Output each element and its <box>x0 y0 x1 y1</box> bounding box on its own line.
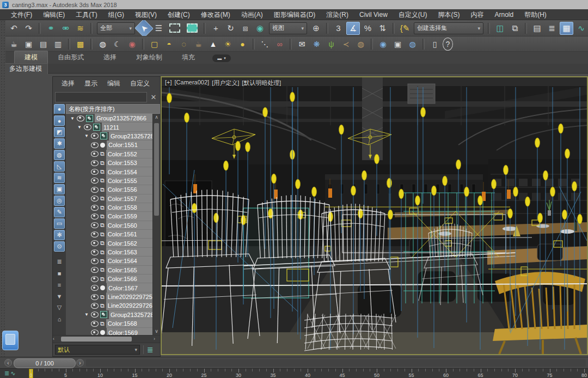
visibility-eye-icon[interactable] <box>91 169 99 175</box>
scroll-down-icon[interactable]: ∨ <box>155 328 158 335</box>
toggle-ribbon-button[interactable]: ▦ <box>560 22 573 35</box>
curve-editor-button[interactable]: ∿ <box>574 22 588 35</box>
visibility-eye-icon[interactable] <box>91 196 99 202</box>
tab-poly-modeling[interactable]: 多边形建模 <box>3 63 48 74</box>
frame-counter[interactable]: 0 / 100 <box>14 358 76 368</box>
select-and-scale-button[interactable]: ⧈ <box>238 22 252 35</box>
display-containers-icon[interactable]: ▭ <box>54 218 65 229</box>
rectangular-selection-region-button[interactable] <box>169 23 180 33</box>
tree-row[interactable]: ⧉Color:1552 <box>66 150 152 158</box>
tree-row[interactable]: ⧉Color:1566 <box>66 275 152 283</box>
select-and-move-button[interactable]: + <box>209 22 223 35</box>
menu-item-12[interactable]: 脚本(S) <box>432 9 465 20</box>
tree-row[interactable]: ⧉Color:1556 <box>66 185 152 194</box>
edit-named-selection-sets-button[interactable]: {✎ <box>398 22 412 35</box>
menu-item-10[interactable]: Civil View <box>354 9 393 20</box>
menu-item-0[interactable]: 文件(F) <box>5 9 38 20</box>
box-mode-icon[interactable]: ■ <box>54 268 65 278</box>
menu-item-6[interactable]: 修改器(M) <box>195 9 236 20</box>
expand-arrow-icon[interactable]: ▼ <box>77 125 82 130</box>
viewport-menu-shading[interactable]: [默认明暗处理] <box>242 79 281 87</box>
display-cameras-icon[interactable]: ◍ <box>54 150 65 160</box>
snaps-toggle-button[interactable]: 3 <box>332 22 345 35</box>
menu-item-2[interactable]: 工具(T) <box>70 9 102 20</box>
visibility-eye-icon[interactable] <box>91 267 99 273</box>
tree-row[interactable]: ⧉Color:1554 <box>66 167 152 176</box>
selection-filter-dropdown[interactable]: 全部▾ <box>97 22 135 34</box>
visibility-eye-icon[interactable] <box>91 240 99 246</box>
tree-row[interactable]: Color:1551 <box>66 141 152 149</box>
menu-item-7[interactable]: 动画(A) <box>236 9 268 20</box>
expand-arrow-icon[interactable]: ▼ <box>70 116 75 121</box>
menu-item-11[interactable]: 自定义(U) <box>393 9 433 20</box>
moon-light-button[interactable]: ☾ <box>111 38 124 50</box>
toggle-layer-explorer-button[interactable]: ≣ <box>545 22 559 35</box>
tree-row[interactable]: ⧉Color:1562 <box>66 239 152 247</box>
expand-arrow-icon[interactable]: ▼ <box>84 133 89 138</box>
flower-scatter-button[interactable]: ❋ <box>310 38 323 50</box>
ribbon-tab-3[interactable]: 对象绘制 <box>126 51 172 64</box>
explorer-menu-0[interactable]: 选择 <box>57 79 79 88</box>
tree-row[interactable]: ▼Group2132572866 <box>66 114 152 123</box>
visibility-eye-icon[interactable] <box>91 151 99 157</box>
visibility-eye-icon[interactable] <box>91 231 99 237</box>
tree-row[interactable]: ▼11211 <box>66 123 152 131</box>
select-object-button[interactable]: ➤ <box>134 20 154 36</box>
visibility-eye-icon[interactable] <box>91 178 99 184</box>
undo-button[interactable]: ↶ <box>7 22 21 35</box>
select-and-link-button[interactable]: ⚭ <box>44 22 58 35</box>
visibility-eye-icon[interactable] <box>91 187 99 193</box>
menu-item-3[interactable]: 组(G) <box>103 9 130 20</box>
menu-item-8[interactable]: 图形编辑器(D) <box>268 9 321 20</box>
window-crossing-toggle-button[interactable] <box>187 23 198 33</box>
display-frozen-icon[interactable]: ✻ <box>54 230 65 240</box>
material-map-browser-button[interactable]: ▣ <box>391 38 405 50</box>
mini-curve-editor-icon[interactable]: ≣∿ <box>4 370 15 377</box>
batch-render-button[interactable]: ▥ <box>51 38 65 50</box>
visibility-eye-icon[interactable] <box>91 303 99 309</box>
help-button[interactable]: ? <box>443 38 453 51</box>
visibility-eye-icon[interactable] <box>91 276 99 282</box>
rock-asset-button[interactable]: ◍ <box>354 38 367 50</box>
viewport-menu-user[interactable]: [用户定义] <box>212 79 239 87</box>
clipboard-button[interactable]: ▯ <box>428 38 442 50</box>
sphere-light-button[interactable]: ◌ <box>177 38 191 50</box>
scroll-right-icon[interactable]: › <box>154 336 160 343</box>
visibility-eye-icon[interactable] <box>91 214 99 220</box>
tree-row[interactable]: ⧉Color:1558 <box>66 203 152 212</box>
dome-light-button[interactable]: ◓ <box>162 38 176 50</box>
explorer-menu-1[interactable]: 显示 <box>80 79 102 88</box>
workspace-icon[interactable]: ⌂ <box>54 314 65 324</box>
viewport-menu-general[interactable]: [+] <box>165 79 172 87</box>
visibility-eye-icon[interactable] <box>77 115 84 121</box>
ribbon-tab-2[interactable]: 选择 <box>94 51 126 64</box>
display-ik-chains-icon[interactable]: ✎ <box>54 207 65 217</box>
menu-item-1[interactable]: 编辑(E) <box>38 9 70 20</box>
filter-combination-icon[interactable]: ▼ <box>54 291 65 301</box>
visibility-eye-icon[interactable] <box>91 330 99 335</box>
viewport-menu-pov[interactable]: [Camera002] <box>175 79 210 87</box>
tree-row[interactable]: ⧉Color:1555 <box>66 176 152 185</box>
sky-light-button[interactable]: ● <box>236 38 249 50</box>
unlink-selection-button[interactable]: ⚮ <box>59 22 72 35</box>
visibility-eye-icon[interactable] <box>91 133 99 139</box>
select-by-name-button[interactable]: ☰ <box>152 22 166 35</box>
cone-light-button[interactable]: ▲ <box>206 38 220 50</box>
tree-row[interactable]: ⧉Color:1568 <box>66 319 152 328</box>
toggle-scene-explorer-button[interactable]: ▤ <box>530 22 544 35</box>
redo-button[interactable]: ↷ <box>22 22 35 35</box>
align-button[interactable]: ⧉ <box>508 22 522 35</box>
properties-icon[interactable]: ≡ <box>54 279 65 290</box>
visibility-eye-icon[interactable] <box>91 205 99 211</box>
layers-icon[interactable]: ≣ <box>147 345 154 354</box>
envelope-asset-button[interactable]: ✉ <box>295 38 309 50</box>
visibility-eye-icon[interactable] <box>91 222 99 228</box>
menu-item-13[interactable]: 内容 <box>465 9 489 20</box>
hscrollbar-thumb[interactable] <box>61 337 132 342</box>
select-and-rotate-button[interactable]: ↻ <box>224 22 237 35</box>
horizontal-scrollbar[interactable]: ‹ › <box>53 335 160 343</box>
menu-item-14[interactable]: Arnold <box>489 9 519 20</box>
angle-snap-toggle-button[interactable]: ∡ <box>346 22 360 35</box>
named-selection-sets-dropdown[interactable]: 创建选择集▾ <box>414 22 483 34</box>
percent-snap-toggle-button[interactable]: % <box>361 22 375 35</box>
